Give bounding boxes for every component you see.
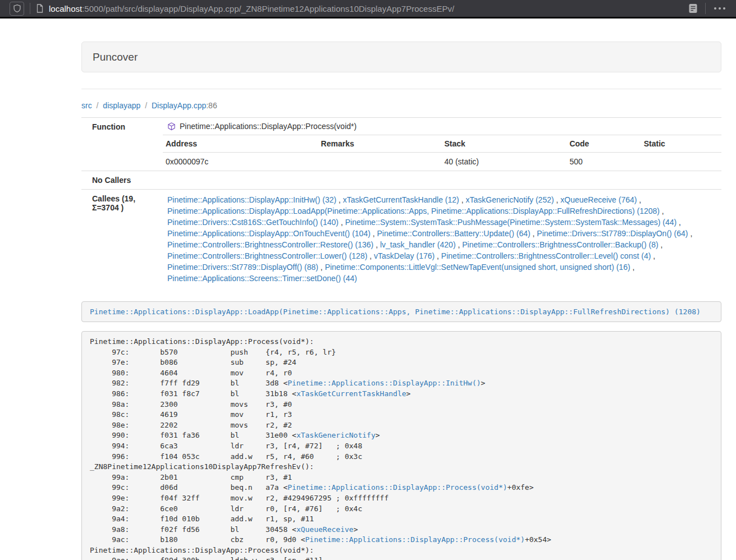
page-actions-button[interactable] (711, 5, 728, 12)
callee-link[interactable]: lv_task_handler (420) (380, 240, 456, 249)
breadcrumb-file[interactable]: DisplayApp.cpp (152, 101, 206, 110)
url-host: localhost (49, 4, 82, 13)
callee-link[interactable]: Pinetime::Controllers::Battery::Update()… (377, 229, 531, 238)
page-icon (36, 4, 44, 13)
highlighted-callee-panel: Pinetime::Applications::DisplayApp::Load… (81, 301, 721, 322)
col-static: Static (641, 135, 721, 153)
col-stack: Stack (442, 135, 567, 153)
callees-list: Pinetime::Applications::DisplayApp::Init… (163, 190, 721, 288)
function-info-table: Function Pinetime::Applications::Display… (81, 117, 721, 288)
callee-link[interactable]: Pinetime::System::SystemTask::PushMessag… (345, 218, 677, 227)
remarks-value (318, 153, 442, 171)
page-title: Puncover (93, 51, 710, 63)
callee-link[interactable]: Pinetime::Controllers::BrightnessControl… (441, 251, 651, 260)
breadcrumb-displayapp[interactable]: displayapp (103, 101, 140, 110)
highlighted-callee-link[interactable]: Pinetime::Applications::DisplayApp::Load… (90, 307, 701, 316)
meatball-menu-icon (714, 6, 726, 11)
breadcrumb-separator: / (94, 101, 101, 110)
col-address: Address (163, 135, 318, 153)
function-name: Pinetime::Applications::DisplayApp::Proc… (180, 122, 356, 131)
callee-link[interactable]: Pinetime::Controllers::BrightnessControl… (462, 240, 658, 249)
callee-link[interactable]: Pinetime::Components::LittleVgl::SetNewT… (325, 263, 630, 272)
no-callers-row: No Callers (81, 171, 721, 190)
callee-link[interactable]: Pinetime::Applications::DisplayApp::OnTo… (167, 229, 371, 238)
reader-view-icon (689, 3, 697, 13)
address-value: 0x0000097c (163, 153, 318, 171)
breadcrumb-line-number: :86 (206, 101, 217, 110)
stack-value: 40 (static) (442, 153, 567, 171)
callee-link[interactable]: Pinetime::Drivers::Cst816S::GetTouchInfo… (167, 218, 339, 227)
disassembly-symbol-link[interactable]: Pinetime::Applications::DisplayApp::Proc… (305, 535, 525, 544)
disassembly-symbol-link[interactable]: Pinetime::Applications::DisplayApp::Init… (287, 379, 481, 387)
app-header-panel: Puncover (81, 42, 721, 72)
disassembly-symbol-link[interactable]: xQueueReceive (296, 525, 354, 534)
tracking-protection-button[interactable] (10, 2, 24, 16)
disassembly: Pinetime::Applications::DisplayApp::Proc… (81, 331, 721, 560)
disassembly-symbol-link[interactable]: Pinetime::Applications::DisplayApp::Proc… (287, 483, 507, 492)
reader-view-button[interactable] (687, 2, 700, 15)
function-stats-table: Address Remarks Stack Code Static 0x0000… (163, 135, 721, 171)
url-path: :5000/path/src/displayapp/DisplayApp.cpp… (82, 4, 454, 13)
shield-icon (13, 4, 21, 13)
callee-link[interactable]: vTaskDelay (176) (374, 251, 435, 260)
callee-link[interactable]: Pinetime::Drivers::St7789::DisplayOn() (… (537, 229, 688, 238)
callee-link[interactable]: Pinetime::Drivers::St7789::DisplayOff() … (167, 263, 318, 272)
no-callers-label: No Callers (81, 171, 163, 190)
callee-link[interactable]: Pinetime::Applications::DisplayApp::Init… (167, 195, 336, 204)
col-code: Code (566, 135, 641, 153)
callees-row: Callees (19, Σ=3704 ) Pinetime::Applicat… (81, 190, 721, 289)
symbol-cube-icon (167, 122, 176, 131)
breadcrumb-src[interactable]: src (81, 101, 92, 110)
callees-label: Callees (19, Σ=3704 ) (81, 190, 163, 289)
callee-link[interactable]: Pinetime::Applications::Screens::Timer::… (167, 274, 357, 283)
disassembly-symbol-link[interactable]: xTaskGetCurrentTaskHandle (296, 389, 406, 398)
function-row: Function Pinetime::Applications::Display… (81, 118, 721, 171)
toolbar-divider (30, 3, 30, 14)
callee-link[interactable]: Pinetime::Controllers::BrightnessControl… (167, 251, 367, 260)
toolbar-divider (705, 3, 706, 14)
callee-link[interactable]: xQueueReceive (764) (560, 195, 637, 204)
table-row: 0x0000097c 40 (static) 500 (163, 153, 721, 171)
callee-link[interactable]: Pinetime::Controllers::BrightnessControl… (167, 240, 373, 249)
browser-toolbar: localhost:5000/path/src/displayapp/Displ… (0, 0, 736, 19)
header-divider (81, 89, 721, 89)
breadcrumb-separator: / (143, 101, 149, 110)
callee-link[interactable]: xTaskGetCurrentTaskHandle (12) (343, 195, 459, 204)
breadcrumb: src / displayapp / DisplayApp.cpp:86 (81, 101, 721, 110)
col-remarks: Remarks (318, 135, 442, 153)
function-row-label: Function (81, 118, 163, 171)
callee-link[interactable]: xTaskGenericNotify (252) (465, 195, 554, 204)
code-value: 500 (566, 153, 641, 171)
static-value (641, 153, 721, 171)
page-container: Puncover src / displayapp / DisplayApp.c… (81, 42, 721, 560)
callee-link[interactable]: Pinetime::Applications::DisplayApp::Load… (167, 206, 660, 215)
address-bar[interactable]: localhost:5000/path/src/displayapp/Displ… (49, 4, 687, 13)
disassembly-symbol-link[interactable]: xTaskGenericNotify (296, 431, 376, 439)
